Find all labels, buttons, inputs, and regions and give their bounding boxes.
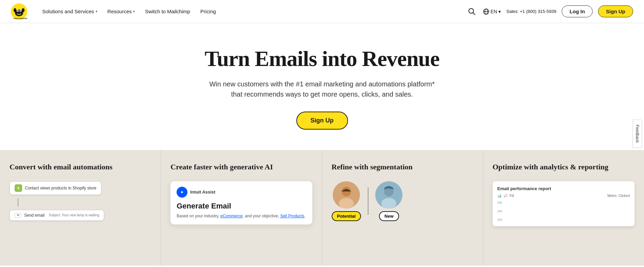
- ecommerce-link[interactable]: eCommerce: [220, 214, 243, 218]
- svg-line-10: [473, 13, 475, 15]
- nav-solutions[interactable]: Solutions and Services ▾: [38, 6, 101, 17]
- person-new: New: [375, 181, 402, 221]
- avatar-male: [375, 181, 402, 208]
- hero-subtitle: Win new customers with the #1 email mark…: [207, 79, 438, 99]
- language-label: EN: [491, 9, 497, 14]
- segmentation-demo: Potential New: [332, 181, 473, 221]
- feature-segmentation: Refine with segmentation Potential: [322, 150, 483, 266]
- search-icon: [468, 8, 476, 15]
- feature-ai: Create faster with generative AI ✦ Intui…: [161, 150, 322, 266]
- ai-header: ✦ Intuit Assist: [177, 187, 306, 198]
- svg-point-5: [20, 10, 21, 11]
- logo[interactable]: intuit mailchimp: [11, 3, 27, 20]
- chart-line-icon: 📈: [503, 194, 508, 198]
- y-label-30k: 30k: [497, 218, 502, 221]
- svg-point-7: [22, 8, 24, 12]
- feature-automations: Convert with email automations S Contact…: [0, 150, 161, 266]
- language-selector[interactable]: EN ▾: [483, 9, 501, 15]
- analytics-demo: Email performance report 📊 📈 Fill Metric…: [493, 181, 634, 226]
- svg-point-6: [14, 8, 16, 12]
- shopify-trigger: S Contact views products in Shopify stor…: [10, 181, 101, 195]
- hero-signup-button[interactable]: Sign Up: [296, 112, 348, 130]
- female-avatar-svg: [333, 181, 360, 208]
- nav-pricing[interactable]: Pricing: [196, 6, 220, 17]
- navbar: intuit mailchimp Solutions and Services …: [0, 0, 644, 23]
- ai-badge-label: Intuit Assist: [190, 189, 215, 195]
- nav-pricing-label: Pricing: [200, 9, 216, 14]
- feedback-tab[interactable]: Feedback: [633, 119, 642, 148]
- male-avatar-svg: [375, 181, 402, 208]
- chart-bars: [503, 201, 516, 221]
- svg-text:intuit mailchimp: intuit mailchimp: [14, 17, 27, 19]
- chevron-down-icon: ▾: [133, 10, 135, 13]
- nav-switch-label: Switch to Mailchimp: [145, 9, 190, 14]
- report-title: Email performance report: [497, 186, 630, 191]
- nav-links: Solutions and Services ▾ Resources ▾ Swi…: [38, 6, 466, 17]
- search-button[interactable]: [466, 6, 478, 17]
- ai-demo: ✦ Intuit Assist Generate Email Based on …: [170, 181, 312, 224]
- feature-segmentation-title: Refine with segmentation: [332, 162, 473, 172]
- email-action: ✉ Send email Subject: Your new lamp is w…: [10, 210, 104, 221]
- svg-point-16: [339, 198, 354, 208]
- ai-generate-title: Generate Email: [177, 202, 306, 211]
- svg-point-4: [17, 10, 18, 11]
- send-email-label: Send email: [24, 213, 45, 218]
- hero-section: Turn Emails into Revenue Win new custome…: [0, 23, 644, 150]
- ai-description: Based on your industry, eCommerce, and y…: [177, 213, 306, 219]
- nav-resources-label: Resources: [108, 9, 132, 14]
- person-potential: Potential: [332, 181, 361, 221]
- badge-new: New: [379, 211, 399, 221]
- segment-divider: [368, 187, 368, 215]
- feature-automations-title: Convert with email automations: [10, 162, 151, 172]
- globe-icon: [483, 9, 489, 15]
- report-toolbar: 📊 📈 Fill Metric: Clicked: [497, 194, 630, 198]
- email-subject: Subject: Your new lamp is waiting: [49, 213, 99, 217]
- sell-products-link[interactable]: Sell Products: [280, 214, 304, 218]
- email-icon: ✉: [15, 213, 21, 218]
- nav-solutions-label: Solutions and Services: [42, 9, 94, 14]
- avatar-female: [333, 181, 360, 208]
- chevron-down-icon: ▾: [498, 9, 501, 14]
- features-section: Convert with email automations S Contact…: [0, 150, 644, 266]
- automations-demo: S Contact views products in Shopify stor…: [10, 181, 151, 221]
- metric-selector[interactable]: Metric: Clicked: [607, 194, 630, 198]
- connector-line: [18, 198, 18, 206]
- y-label-40k: 40k: [497, 210, 502, 213]
- feature-analytics-title: Optimize with analytics & reporting: [493, 162, 634, 172]
- y-label-50k: 50k: [497, 201, 502, 204]
- signup-nav-button[interactable]: Sign Up: [598, 5, 633, 17]
- nav-resources[interactable]: Resources ▾: [103, 6, 139, 17]
- chart-y-labels: 50k 40k 30k: [497, 201, 502, 221]
- shopify-trigger-text: Contact views products in Shopify store: [25, 186, 96, 190]
- login-button[interactable]: Log In: [562, 5, 593, 17]
- feature-ai-title: Create faster with generative AI: [170, 162, 312, 172]
- nav-switch[interactable]: Switch to Mailchimp: [141, 6, 194, 17]
- shopify-icon: S: [15, 184, 22, 192]
- svg-point-19: [381, 198, 396, 208]
- fill-icon: Fill: [510, 194, 514, 198]
- sales-phone: Sales: +1 (800) 315-5939: [506, 9, 556, 14]
- nav-right: EN ▾ Sales: +1 (800) 315-5939 Log In Sig…: [466, 5, 633, 17]
- hero-title: Turn Emails into Revenue: [7, 47, 637, 71]
- chevron-down-icon: ▾: [96, 10, 97, 13]
- badge-potential: Potential: [332, 211, 361, 221]
- intuit-assist-icon: ✦: [177, 187, 187, 198]
- chart-type-icon: 📊: [497, 194, 501, 198]
- feature-analytics: Optimize with analytics & reporting Emai…: [483, 150, 644, 266]
